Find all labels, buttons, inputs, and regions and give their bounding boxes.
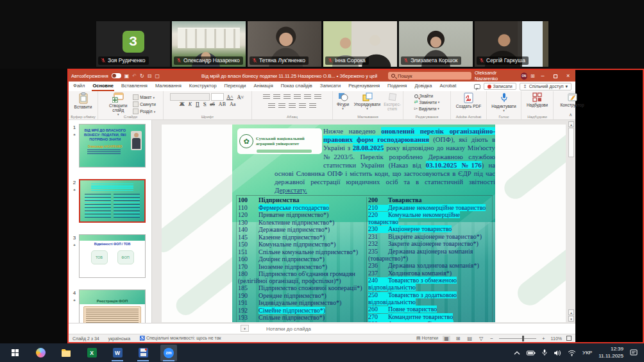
slideshow-icon[interactable]: ▽: [478, 336, 484, 341]
battery-icon[interactable]: [527, 350, 536, 356]
share-button[interactable]: ↥ Спільний доступ ▾: [520, 83, 572, 90]
ribbon-tab-Acrobat[interactable]: Acrobat: [439, 82, 457, 91]
scroll-up-icon[interactable]: ▴: [568, 121, 574, 127]
save-icon[interactable]: ▣: [124, 73, 130, 79]
shapes-button[interactable]: Фігури▾: [334, 92, 352, 111]
slide-editor[interactable]: ✿ Сумський національний аграрний універс…: [162, 125, 566, 322]
select-button[interactable]: ▻Виділити▾: [414, 106, 440, 111]
slide-sorter-icon[interactable]: ⊞: [455, 336, 462, 341]
ribbon-tab-Подання[interactable]: Подання: [387, 82, 407, 91]
record-button[interactable]: Записати: [484, 83, 516, 90]
redo-icon[interactable]: ↻: [140, 73, 144, 79]
quick-styles-button[interactable]: Експрес-стилі: [383, 92, 402, 111]
autosave-toggle[interactable]: [112, 73, 121, 78]
participant-tile[interactable]: Олександр Назаренко: [172, 21, 246, 67]
slide-3-thumbnail[interactable]: Відмінності ФОП / ТОВ ТОВ ФОП: [79, 234, 146, 278]
font-size-select[interactable]: [211, 93, 224, 101]
addins-button[interactable]: Надбудови: [524, 92, 551, 107]
excel-button[interactable]: X: [83, 345, 100, 361]
ribbon-tab-Конструктор[interactable]: Конструктор: [189, 82, 217, 91]
replace-button[interactable]: ⇄Замінити▾: [414, 99, 440, 105]
language-status[interactable]: українська: [108, 336, 130, 341]
undo-icon[interactable]: ↶: [132, 73, 137, 79]
line-spacing-icon[interactable]: [304, 94, 311, 100]
zoom-in-icon[interactable]: +: [541, 336, 547, 341]
intro-textbox[interactable]: Нижче наведено оновлений перелік організ…: [275, 127, 495, 195]
new-file-icon[interactable]: ▢: [155, 73, 160, 79]
ribbon-tab-Вставлення[interactable]: Вставлення: [121, 82, 148, 91]
microphone-icon[interactable]: [542, 349, 547, 356]
accessibility-status[interactable]: ♿ Спеціальні можливості: щось не так: [139, 336, 221, 341]
create-pdf-button[interactable]: Создать PDF: [454, 92, 484, 108]
keyboard-language[interactable]: УКР: [582, 350, 592, 356]
font-style-button[interactable]: S: [202, 101, 207, 107]
reading-view-icon[interactable]: ▤: [466, 336, 474, 341]
justify-icon[interactable]: [299, 103, 306, 109]
fit-to-window-icon[interactable]: [566, 336, 572, 341]
clock[interactable]: 12:39 11.11.2025: [598, 346, 623, 359]
text-direction-icon[interactable]: [314, 94, 321, 100]
section-button[interactable]: Розділ▾: [133, 108, 156, 114]
slide-2-thumbnail[interactable]: [79, 179, 146, 223]
dictate-button[interactable]: Надиктувати▾: [490, 92, 518, 113]
align-left-icon[interactable]: [268, 103, 275, 109]
slide-1-thumbnail[interactable]: ВІД МРІЇ ДО ВЛАСНОГО БІЗНЕСУ: ПОДАТКИ, Я…: [79, 124, 146, 168]
font-style-button[interactable]: Ж: [178, 101, 186, 107]
opf-code-table[interactable]: 100Підприємства110Фермерське господарств…: [236, 195, 493, 322]
font-name-select[interactable]: [170, 93, 210, 101]
font-style-button[interactable]: К: [187, 101, 193, 107]
search-input[interactable]: Пошук: [388, 72, 471, 80]
restore-button[interactable]: [550, 73, 560, 79]
start-button[interactable]: [6, 345, 23, 361]
normal-view-icon[interactable]: ▦: [443, 336, 450, 341]
tray-expand-icon[interactable]: [514, 351, 520, 355]
paste-button[interactable]: Вставити: [71, 92, 96, 109]
font-style-button[interactable]: Аа: [228, 101, 237, 107]
ribbon-tab-Переходи[interactable]: Переходи: [224, 82, 247, 91]
participant-tile[interactable]: Элизавета Коршок: [399, 21, 473, 67]
floppy-app-button[interactable]: [135, 345, 151, 361]
ribbon-tab-Файл[interactable]: Файл: [72, 82, 85, 91]
ribbon-tab-Показ слайдів[interactable]: Показ слайдів: [280, 82, 313, 91]
ribbon-tab-Малювання[interactable]: Малювання: [155, 82, 182, 91]
zoom-level[interactable]: 110%: [551, 336, 562, 341]
slide-scrollbar[interactable]: ▴ ▴ ▾: [568, 121, 574, 322]
find-button[interactable]: Знайти: [414, 94, 440, 98]
layout-button[interactable]: Макет▾: [133, 94, 156, 100]
next-slide-icon[interactable]: ▾: [568, 316, 574, 322]
font-style-button[interactable]: АВ: [217, 101, 227, 107]
participant-tile[interactable]: Тетяна Лук'яненко: [248, 21, 321, 67]
collapse-ribbon-icon[interactable]: ∧: [569, 112, 572, 117]
align-right-icon[interactable]: [289, 103, 296, 109]
ribbon-tab-Основне[interactable]: Основне: [92, 82, 114, 91]
align-center-icon[interactable]: [278, 103, 285, 109]
present-icon[interactable]: ⊟: [148, 73, 152, 79]
zoom-app-button[interactable]: zm: [160, 345, 177, 361]
zoom-slider[interactable]: [499, 338, 536, 339]
scrollbar-thumb[interactable]: [568, 128, 574, 157]
word-button[interactable]: W: [109, 345, 126, 361]
notes-toggle-button[interactable]: ▤ Нотатки: [416, 336, 438, 341]
file-explorer-button[interactable]: [58, 345, 74, 361]
bullets-icon[interactable]: [263, 94, 270, 100]
wifi-icon[interactable]: [568, 350, 576, 356]
reset-button[interactable]: Скинути: [133, 101, 156, 107]
comments-icon[interactable]: [474, 84, 480, 89]
columns-icon[interactable]: [309, 103, 316, 109]
increase-indent-icon[interactable]: [294, 94, 301, 100]
notes-collapse-icon[interactable]: ▾: [241, 325, 249, 332]
participant-tile[interactable]: Інна Сорока: [323, 21, 397, 67]
ribbon-tab-Записати[interactable]: Записати: [319, 82, 341, 91]
account-area[interactable]: Oleksandr Nazarenko ON ⊞ – ×: [475, 70, 573, 82]
minimize-button[interactable]: –: [538, 73, 548, 79]
font-style-button[interactable]: П: [194, 101, 201, 107]
participant-tile[interactable]: ЗЗоя Рудиченко: [96, 21, 170, 67]
participant-tile[interactable]: Сергій Гаркуша: [475, 21, 548, 67]
arrange-button[interactable]: Упорядкувати▾: [354, 92, 381, 111]
close-button[interactable]: ×: [563, 73, 573, 79]
shrink-font-button[interactable]: А˅: [236, 94, 245, 100]
zoom-out-icon[interactable]: −: [489, 336, 495, 341]
numbering-icon[interactable]: [273, 94, 280, 100]
designer-button[interactable]: Конструктор: [557, 92, 588, 107]
notes-bar[interactable]: ▾ Нотатки до слайда: [69, 323, 575, 334]
